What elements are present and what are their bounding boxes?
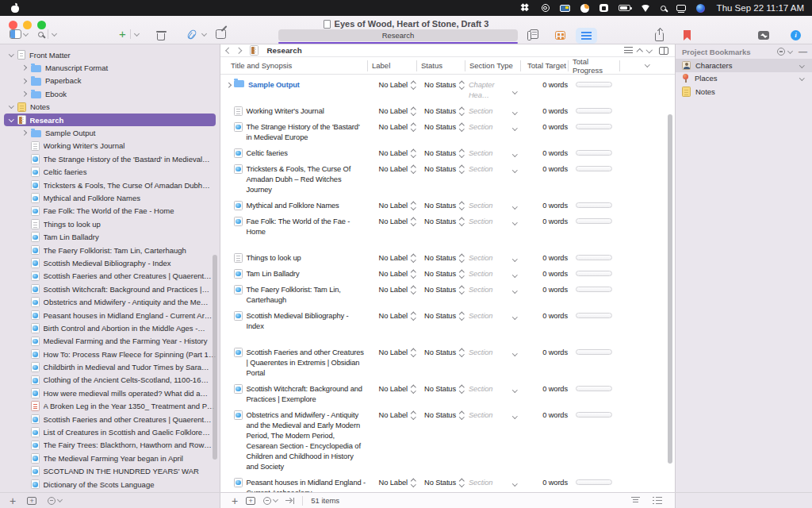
stepper-icon[interactable] (410, 81, 416, 90)
label-cell[interactable]: No Label (367, 122, 416, 133)
export-icon[interactable] (285, 497, 294, 505)
label-cell[interactable]: No Label (367, 269, 416, 279)
attach-button[interactable] (189, 29, 206, 40)
scroll-to-current-icon[interactable] (631, 497, 640, 505)
binder-item[interactable]: Scottish Medieval Bibliography - Index (0, 256, 220, 269)
section-type-cell[interactable]: Section (465, 217, 520, 227)
stepper-icon[interactable] (458, 165, 465, 174)
binder-item[interactable]: The Medieval Farming Year began in April (0, 452, 220, 464)
column-header-section-type[interactable]: Section Type (465, 60, 520, 71)
collapse-panel-icon[interactable]: — (799, 48, 807, 56)
app-extra-icon[interactable] (599, 4, 608, 12)
disclosure-chevron[interactable] (21, 79, 26, 83)
section-type-cell[interactable]: Section (465, 410, 520, 421)
binder-item[interactable]: Mythical and Folklore Names (0, 191, 220, 204)
section-type-cell[interactable]: Section (465, 253, 520, 264)
binder-item[interactable]: Sample Output (0, 126, 220, 139)
status-cell[interactable]: No Status (416, 285, 465, 295)
label-cell[interactable]: No Label (367, 311, 416, 321)
section-type-cell[interactable]: Section (465, 384, 520, 394)
binder-item[interactable]: Fae Folk: The World of the Fae - Home (0, 205, 220, 217)
label-cell[interactable]: No Label (367, 285, 416, 295)
status-cell[interactable]: No Status (416, 106, 465, 117)
add-folder-button[interactable] (246, 497, 255, 505)
stepper-icon[interactable] (410, 107, 416, 116)
outliner-row[interactable]: Tam Lin Balladry No Label No Status Sect… (220, 266, 675, 282)
status-cell[interactable]: No Status (416, 80, 465, 90)
binder-item[interactable]: Peasant houses in Midland England - Curr… (0, 309, 220, 321)
disclosure-chevron[interactable] (9, 52, 13, 56)
corkboard-view-button[interactable] (555, 31, 565, 40)
binder-item[interactable]: The Faery Folklorist: Tam Lin, Carterhau… (0, 244, 220, 256)
section-type-cell[interactable]: Section (465, 478, 520, 488)
stepper-icon[interactable] (458, 254, 465, 263)
status-cell[interactable]: No Status (416, 253, 465, 264)
binder-item[interactable]: Clothing of the Ancient Celts-Scotland, … (0, 374, 220, 387)
status-cell[interactable]: No Status (416, 148, 465, 159)
binder-item[interactable]: A Broken Leg in the Year 1350_ Treatment… (0, 400, 220, 413)
outliner-row[interactable]: Working Writer's Journal No Label No Sta… (220, 103, 675, 119)
disclosure-chevron[interactable] (226, 83, 231, 87)
section-type-cell[interactable]: Section (465, 285, 520, 295)
chevron-down-icon[interactable] (787, 48, 793, 53)
split-editor-icon[interactable] (659, 47, 668, 55)
binder-item[interactable]: Tricksters & Fools, The Curse Of Amadan … (0, 179, 220, 191)
binder-item[interactable]: Scottish Faeries and other Creatures | Q… (0, 413, 220, 425)
label-cell[interactable]: No Label (367, 384, 416, 394)
status-cell[interactable]: No Status (416, 384, 465, 394)
outliner-row[interactable]: Scottish Witchcraft: Background and Prac… (220, 381, 675, 407)
wifi-icon[interactable] (641, 5, 650, 12)
column-header-title[interactable]: Title and Synopsis (220, 60, 367, 71)
outliner-row[interactable]: Sample Output No Label No Status Chapter… (220, 77, 675, 103)
chevron-down-icon[interactable] (799, 63, 804, 67)
stepper-icon[interactable] (458, 81, 465, 90)
binder-item[interactable]: Medieval Farming and the Farming Year - … (0, 335, 220, 348)
stepper-icon[interactable] (410, 286, 416, 294)
section-type-cell[interactable]: Section (465, 122, 520, 133)
bookmark-button[interactable] (684, 30, 691, 40)
status-cell[interactable]: No Status (416, 269, 465, 279)
disclosure-chevron[interactable] (9, 117, 13, 121)
scrollbar-thumb[interactable] (668, 114, 672, 464)
outliner-row[interactable]: Obstetrics and Midwifery - Antiquity and… (220, 407, 675, 475)
binder-item[interactable]: Notes (0, 101, 220, 114)
binder-item[interactable]: The Strange History of the 'Bastard' in … (0, 152, 220, 165)
stepper-icon[interactable] (458, 286, 465, 294)
column-header-total-progress[interactable]: Total Progress (568, 60, 619, 71)
binder-item[interactable]: How To: Process Raw Fleece for Spinning … (0, 348, 220, 360)
status-cell[interactable]: No Status (416, 311, 465, 321)
outliner-row[interactable]: The Faery Folklorist: Tam Lin, Carterhau… (220, 282, 675, 308)
label-cell[interactable]: No Label (367, 478, 416, 488)
share-button[interactable] (655, 29, 664, 41)
section-type-cell[interactable]: Section (465, 269, 520, 279)
outliner-row[interactable]: Scottish Faeries and other Creatures | Q… (220, 344, 675, 381)
toggle-binder-button[interactable] (10, 29, 28, 39)
outliner-row[interactable]: Scottish Medieval Bibliography - Index N… (220, 308, 675, 334)
add-document-button[interactable]: + (10, 496, 16, 506)
forward-button[interactable] (235, 48, 241, 54)
stepper-icon[interactable] (410, 312, 416, 321)
next-document-icon[interactable] (645, 47, 652, 53)
label-cell[interactable]: No Label (367, 348, 416, 358)
compile-button[interactable] (758, 31, 769, 40)
label-cell[interactable]: No Label (367, 253, 416, 264)
siri-icon[interactable] (696, 4, 705, 13)
section-type-cell[interactable]: Section (465, 201, 520, 211)
stepper-icon[interactable] (410, 202, 416, 210)
stepper-icon[interactable] (410, 348, 416, 357)
stepper-icon[interactable] (458, 149, 465, 158)
outliner-row[interactable]: Tricksters & Fools, The Curse Of Amadan … (220, 161, 675, 198)
bookmark-item[interactable]: Characters (676, 59, 812, 72)
label-cell[interactable]: No Label (367, 410, 416, 421)
label-cell[interactable]: No Label (367, 217, 416, 227)
inspector-button[interactable]: i (791, 30, 801, 40)
column-header-status[interactable]: Status (416, 60, 465, 71)
spotlight-icon[interactable] (661, 6, 666, 11)
stepper-icon[interactable] (458, 107, 465, 116)
back-button[interactable] (226, 48, 232, 54)
add-item-button[interactable]: + (119, 29, 139, 39)
remove-bookmark-icon[interactable] (777, 48, 785, 56)
binder-item[interactable]: Paperback (0, 75, 220, 87)
record-circle-icon[interactable] (542, 4, 550, 12)
disclosure-chevron[interactable] (9, 104, 13, 109)
